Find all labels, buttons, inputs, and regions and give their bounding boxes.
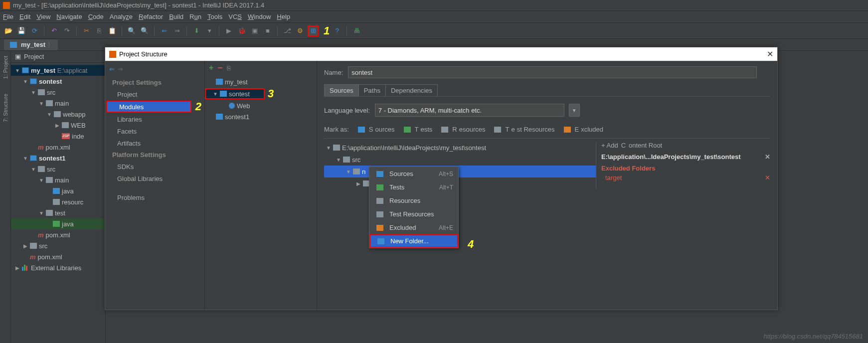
ctx-test-resources[interactable]: Test Resources — [369, 207, 458, 221]
sidebar-item-facets[interactable]: Facets — [105, 125, 204, 137]
tree-item[interactable]: JSPinde — [11, 131, 105, 142]
tree-item[interactable]: ▼sontest — [11, 76, 105, 87]
module-item-sontest1[interactable]: sontest1 — [205, 111, 317, 122]
tree-item[interactable]: ▼main — [11, 98, 105, 109]
settings-icon[interactable]: ⚙ — [295, 25, 306, 36]
close-icon[interactable]: ✕ — [767, 49, 773, 59]
tree-item[interactable]: ▼sontest1 — [11, 153, 105, 164]
menu-file[interactable]: File — [3, 13, 13, 20]
find-icon[interactable]: 🔍 — [126, 25, 137, 36]
debug-icon[interactable]: 🐞 — [236, 25, 247, 36]
tree-item-selected[interactable]: ▼n — [324, 166, 596, 177]
rail-structure[interactable]: 7: Structure — [2, 94, 8, 122]
add-icon[interactable]: + — [209, 63, 213, 72]
mark-test-resources[interactable]: Test Resources — [492, 126, 554, 133]
tree-item[interactable]: ▶WEB — [11, 120, 105, 131]
sidebar-item-modules[interactable]: Modules — [106, 101, 191, 113]
module-item[interactable]: my_test — [205, 76, 317, 87]
tab-sources[interactable]: Sources — [324, 84, 359, 96]
remove-root-icon[interactable]: ✕ — [765, 153, 770, 161]
forward-icon[interactable]: ⇒ — [118, 65, 123, 73]
tree-item[interactable]: ▶src — [11, 240, 105, 251]
excluded-folder-item[interactable]: target✕ — [601, 174, 770, 181]
menu-build[interactable]: Build — [169, 13, 183, 20]
config-dropdown[interactable]: ▾ — [204, 25, 215, 36]
redo-icon[interactable]: ↷ — [61, 25, 72, 36]
mark-sources[interactable]: Sources — [356, 126, 395, 133]
copy-icon[interactable]: ⎘ — [94, 25, 105, 36]
ctx-resources[interactable]: Resources — [369, 194, 458, 207]
tree-item[interactable]: ▼test — [11, 207, 105, 218]
refresh-icon[interactable]: ⟳ — [29, 25, 40, 36]
tree-item[interactable]: ▼src — [11, 87, 105, 98]
remove-icon[interactable]: − — [217, 63, 223, 73]
module-item-web[interactable]: Web — [205, 100, 317, 111]
tree-item[interactable]: ▼main — [11, 174, 105, 185]
remove-excluded-icon[interactable]: ✕ — [765, 174, 770, 181]
tree-item[interactable]: java — [11, 185, 105, 196]
tree-item[interactable]: ▼E:\application\IntelliJ\IdeaProjects\my… — [324, 142, 596, 154]
ctx-new-folder[interactable]: New Folder... — [369, 234, 458, 248]
project-structure-icon[interactable]: ⊞ — [308, 25, 319, 36]
menu-refactor[interactable]: Refactor — [139, 13, 163, 20]
sidebar-item-global-libraries[interactable]: Global Libraries — [105, 172, 204, 184]
menu-edit[interactable]: Edit — [19, 13, 30, 20]
language-level-select[interactable]: 7 - Diamonds, ARM, multi-catch etc. — [375, 104, 564, 117]
project-panel-title[interactable]: Project — [24, 53, 44, 60]
help-icon[interactable]: ? — [332, 25, 343, 36]
tree-item[interactable]: resourc — [11, 196, 105, 207]
breadcrumb-root[interactable]: my_test 〉 — [4, 39, 58, 50]
sidebar-item-artifacts[interactable]: Artifacts — [105, 137, 204, 149]
paste-icon[interactable]: 📋 — [107, 25, 118, 36]
sidebar-item-sdks[interactable]: SDKs — [105, 161, 204, 172]
menu-window[interactable]: Window — [248, 13, 271, 20]
module-item-sontest[interactable]: ▼sontest — [205, 88, 265, 99]
back-icon[interactable]: ⇐ — [109, 65, 115, 73]
menu-help[interactable]: Help — [277, 13, 290, 20]
menu-view[interactable]: View — [36, 13, 50, 20]
tab-dependencies[interactable]: Dependencies — [385, 84, 438, 96]
tab-paths[interactable]: Paths — [358, 84, 386, 96]
coverage-icon[interactable]: ▣ — [249, 25, 260, 36]
chevron-down-icon[interactable]: ▼ — [569, 104, 580, 117]
rail-project[interactable]: 1: Project — [2, 56, 8, 79]
menu-analyze[interactable]: Analyze — [110, 13, 133, 20]
menu-vcs[interactable]: VCS — [228, 13, 242, 20]
vcs-icon[interactable]: ⎇ — [282, 25, 293, 36]
add-content-root[interactable]: + Add Content Root — [601, 142, 770, 149]
copy-icon[interactable]: ⎘ — [227, 64, 231, 72]
menu-tools[interactable]: Tools — [207, 13, 222, 20]
menu-code[interactable]: Code — [88, 13, 104, 20]
mark-tests[interactable]: Tests — [402, 126, 433, 133]
stop-icon[interactable]: ■ — [262, 25, 273, 36]
ctx-excluded[interactable]: ExcludedAlt+E — [369, 221, 458, 234]
tree-item[interactable]: mpom.xml — [11, 142, 105, 153]
module-name-input[interactable] — [348, 66, 757, 78]
tree-item[interactable]: ▶ — [324, 177, 596, 189]
tree-root[interactable]: ▼my_test E:\applicat — [11, 65, 105, 76]
forward-icon[interactable]: ⇒ — [172, 25, 182, 36]
mark-resources[interactable]: Resources — [439, 126, 485, 133]
run-icon[interactable]: ▶ — [223, 25, 234, 36]
save-icon[interactable]: 💾 — [16, 25, 27, 36]
ctx-tests[interactable]: TestsAlt+T — [369, 180, 458, 194]
tree-item[interactable]: ▶External Libraries — [11, 262, 105, 273]
print-icon[interactable]: 🖶 — [351, 25, 362, 36]
menu-run[interactable]: Run — [189, 13, 201, 20]
replace-icon[interactable]: 🔍 — [139, 25, 150, 36]
back-icon[interactable]: ⇐ — [159, 25, 170, 36]
ctx-sources[interactable]: SourcesAlt+S — [369, 167, 458, 180]
tree-item[interactable]: ▼src — [324, 154, 596, 166]
tree-item[interactable]: mpom.xml — [11, 229, 105, 240]
sidebar-item-libraries[interactable]: Libraries — [105, 113, 204, 125]
undo-icon[interactable]: ↶ — [48, 25, 59, 36]
sidebar-item-problems[interactable]: Problems — [105, 191, 204, 203]
menu-navigate[interactable]: Navigate — [56, 13, 82, 20]
mark-excluded[interactable]: Excluded — [562, 126, 603, 133]
sidebar-item-project[interactable]: Project — [105, 88, 204, 100]
tree-item[interactable]: ▼src — [11, 164, 105, 174]
tree-item[interactable]: java — [11, 218, 105, 229]
cut-icon[interactable]: ✂ — [81, 25, 92, 36]
tree-item[interactable]: ▼webapp — [11, 109, 105, 120]
tree-item[interactable]: mpom.xml — [11, 251, 105, 262]
